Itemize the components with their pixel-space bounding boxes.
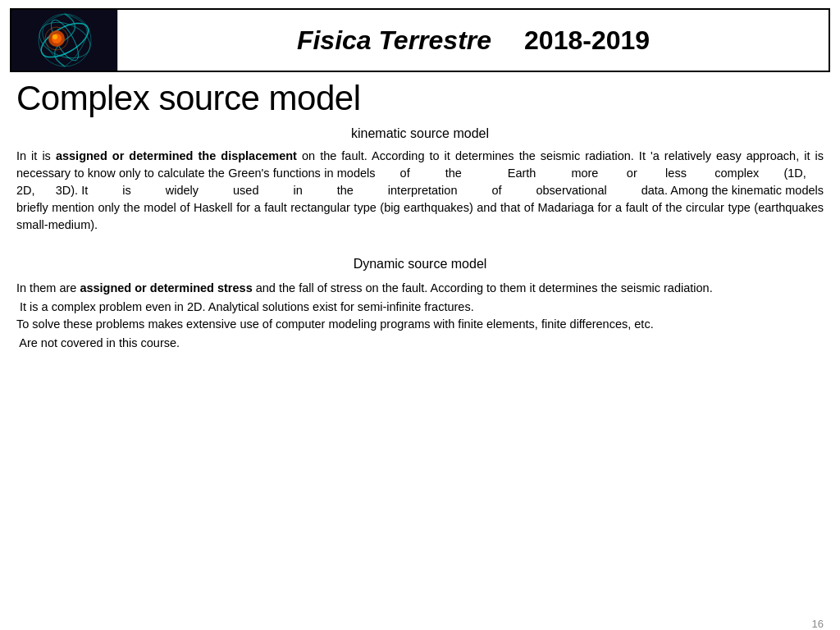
svg-point-7 — [52, 34, 57, 39]
dynamic-paragraph2: It is a complex problem even in 2D. Anal… — [16, 299, 824, 316]
dynamic-paragraph1: In them are assigned or determined stres… — [16, 280, 824, 297]
header-logo — [11, 10, 118, 71]
kinematic-subtitle: kinematic source model — [16, 126, 824, 141]
page-number: 16 — [812, 618, 824, 630]
page-container: Fisica Terrestre 2018-2019 Complex sourc… — [0, 8, 840, 630]
dynamic-paragraph4: Are not covered in this course. — [16, 335, 824, 352]
slide-title: Complex source model — [16, 79, 824, 118]
main-content: Complex source model kinematic source mo… — [0, 72, 840, 360]
header: Fisica Terrestre 2018-2019 — [10, 8, 830, 72]
dynamic-section: Dynamic source model In them are assigne… — [16, 257, 824, 352]
dynamic-paragraph3: To solve these problems makes extensive … — [16, 316, 824, 333]
kinematic-paragraph: In it is assigned or determined the disp… — [16, 148, 824, 234]
kinematic-bold: assigned or determined the displacement — [56, 149, 297, 162]
header-title-area: Fisica Terrestre 2018-2019 — [118, 25, 829, 56]
dynamic-subtitle: Dynamic source model — [16, 257, 824, 272]
dynamic-bold: assigned or determined stress — [80, 281, 252, 294]
header-main-title: Fisica Terrestre — [297, 25, 491, 56]
kinematic-section: kinematic source model In it is assigned… — [16, 126, 824, 234]
header-year: 2018-2019 — [524, 25, 650, 56]
